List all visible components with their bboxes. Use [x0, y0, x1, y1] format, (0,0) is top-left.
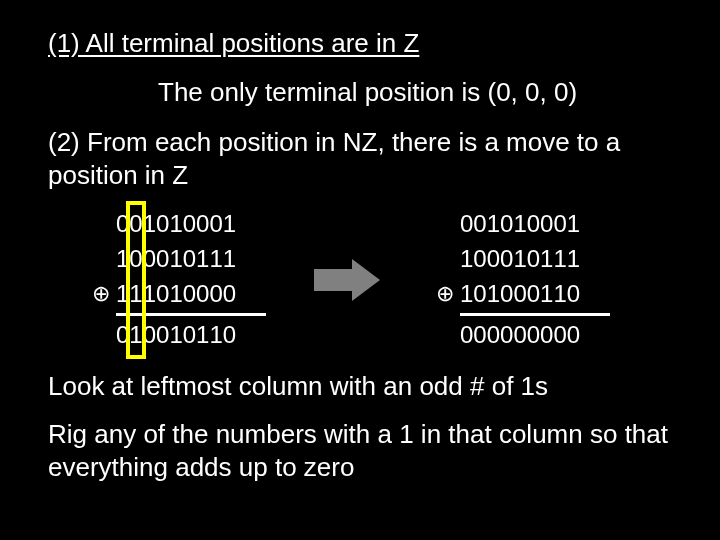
xor-left-block: 001010001 100010111 ⊕111010000 010010110 — [86, 207, 266, 353]
premise-2: (2) From each position in NZ, there is a… — [48, 126, 672, 191]
xor-operator-icon: ⊕ — [430, 278, 460, 310]
left-row-1: 100010111 — [116, 242, 236, 277]
xor-operator-icon: ⊕ — [86, 278, 116, 310]
left-row-2: 111010000 — [116, 277, 236, 312]
xor-computation: 001010001 100010111 ⊕111010000 010010110… — [86, 207, 672, 353]
arrow-right-icon — [314, 259, 382, 301]
left-row-0: 001010001 — [116, 207, 236, 242]
premise-1-sub: The only terminal position is (0, 0, 0) — [158, 77, 672, 108]
footer-line-1: Look at leftmost column with an odd # of… — [48, 371, 672, 402]
left-rule — [116, 313, 266, 316]
xor-right-block: 001010001 100010111 ⊕101000110 000000000 — [430, 207, 610, 353]
right-row-0: 001010001 — [460, 207, 580, 242]
footer-line-2: Rig any of the numbers with a 1 in that … — [48, 418, 672, 483]
right-result: 000000000 — [460, 318, 580, 353]
left-result: 010010110 — [116, 318, 236, 353]
right-rule — [460, 313, 610, 316]
premise-1: (1) All terminal positions are in Z — [48, 28, 672, 59]
right-row-1: 100010111 — [460, 242, 580, 277]
right-row-2: 101000110 — [460, 277, 580, 312]
